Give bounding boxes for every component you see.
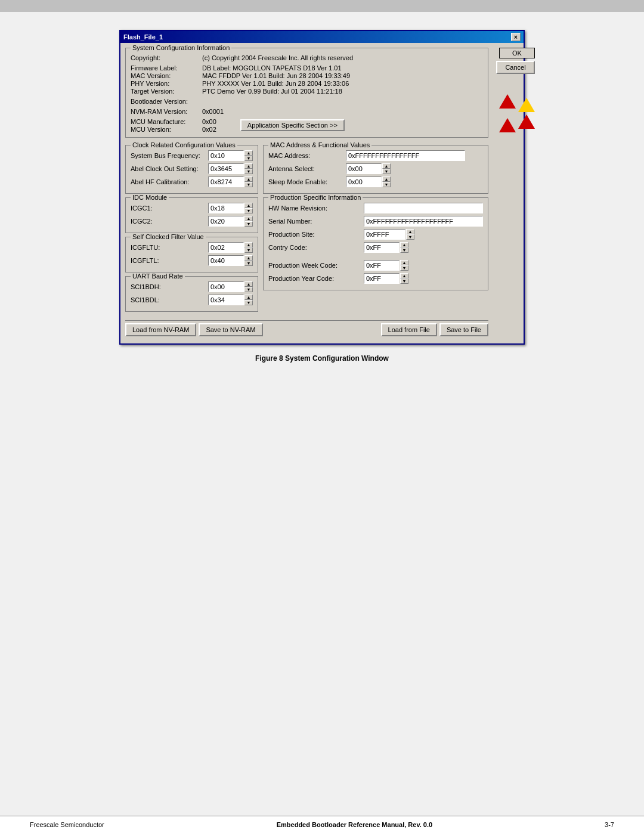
target-version-row: Target Version: PTC Demo Ver 0.99 Build:…: [131, 88, 483, 95]
prod-year-label: Production Year Code:: [268, 275, 364, 282]
sci1bdh-input[interactable]: 0x00: [208, 281, 244, 292]
antenna-spinner: 0x00 ▲ ▼: [346, 163, 391, 174]
abel-hf-input[interactable]: 0x8274: [208, 176, 244, 187]
sci1bdl-up-btn[interactable]: ▲: [244, 295, 253, 300]
sysinfo-group: System Configuration Information Copyrig…: [125, 48, 488, 138]
phy-version-label: PHY Version:: [131, 80, 202, 87]
mac-version-label: MAC Version:: [131, 72, 202, 79]
sysbus-spinner: 0x10 ▲ ▼: [208, 150, 253, 161]
icgfltu-down-btn[interactable]: ▼: [244, 247, 253, 253]
bootloader-label: Bootloader Version:: [131, 98, 202, 105]
load-nvram-button[interactable]: Load from NV-RAM: [125, 323, 196, 336]
abel-clock-down-btn[interactable]: ▼: [244, 169, 253, 174]
icgc2-label: ICGC2:: [131, 218, 208, 225]
sci1bdh-up-btn[interactable]: ▲: [244, 281, 253, 287]
icgfltu-up-btn[interactable]: ▲: [244, 242, 253, 247]
abel-clock-row: Abel Clock Out Setting: 0x3645 ▲ ▼: [131, 163, 253, 174]
antenna-input[interactable]: 0x00: [346, 163, 382, 174]
clock-group-content: System Bus Frequency: 0x10 ▲ ▼: [131, 150, 253, 187]
icgfltl-up-btn[interactable]: ▲: [244, 255, 253, 261]
prod-site-down-btn[interactable]: ▼: [406, 234, 414, 240]
sleep-down-btn[interactable]: ▼: [382, 182, 391, 187]
app-section-button[interactable]: Application Specific Section >>: [240, 119, 345, 131]
icgfltl-input[interactable]: 0x40: [208, 255, 244, 266]
phy-version-row: PHY Version: PHY XXXXX Ver 1.01 Build: J…: [131, 80, 483, 87]
mcu-ver-label: MCU Version:: [131, 126, 202, 133]
prod-year-up-btn[interactable]: ▲: [400, 273, 408, 278]
icgfltl-down-btn[interactable]: ▼: [244, 261, 253, 266]
sysbus-input[interactable]: 0x10: [208, 150, 244, 161]
icgc2-up-btn[interactable]: ▲: [244, 216, 253, 221]
abel-hf-row: Abel HF Calibration: 0x8274 ▲ ▼: [131, 176, 253, 187]
figure-caption: Figure 8 System Configuration Window: [255, 354, 389, 363]
mcu-ver-row: MCU Version: 0x02: [131, 126, 216, 133]
abel-clock-spinner-btns: ▲ ▼: [244, 163, 253, 174]
icgc2-input[interactable]: 0x20: [208, 216, 244, 227]
abel-clock-label: Abel Clock Out Setting:: [131, 165, 208, 172]
prod-week-label: Production Week Code:: [268, 262, 364, 269]
prod-year-input[interactable]: 0xFF: [364, 273, 400, 284]
country-up-btn[interactable]: ▲: [400, 242, 408, 247]
save-nvram-button[interactable]: Save to NV-RAM: [199, 323, 262, 336]
save-file-button[interactable]: Save to File: [439, 323, 488, 336]
bottom-buttons-right: Load from File Save to File: [381, 323, 488, 336]
icgfltu-label: ICGFLTU:: [131, 244, 208, 251]
prod-week-input[interactable]: 0xFF: [364, 260, 400, 271]
sleep-input[interactable]: 0x00: [346, 176, 382, 187]
sleep-spinner: 0x00 ▲ ▼: [346, 176, 391, 187]
mac-version-row: MAC Version: MAC FFDDP Ver 1.01 Build: J…: [131, 72, 483, 79]
prod-week-up-btn[interactable]: ▲: [400, 260, 408, 265]
idc-group-content: ICGC1: 0x18 ▲ ▼: [131, 203, 253, 227]
country-down-btn[interactable]: ▼: [400, 247, 408, 253]
icgfltl-spinner-btns: ▲ ▼: [244, 255, 253, 266]
dialog-window: Flash_File_1 × System Configuration Info…: [119, 30, 525, 345]
abel-clock-input[interactable]: 0x3645: [208, 163, 244, 174]
sci1bdh-down-btn[interactable]: ▼: [244, 287, 253, 292]
sci1bdl-down-btn[interactable]: ▼: [244, 300, 253, 305]
production-group: Production Specific Information HW Name …: [263, 197, 488, 290]
idc-group: IDC Module ICGC1: 0x18 ▲ ▼: [125, 197, 258, 233]
abel-clock-up-btn[interactable]: ▲: [244, 163, 253, 169]
country-row: Contry Code: 0xFF ▲ ▼: [268, 242, 483, 253]
mcu-mfr-label: MCU Manufacture:: [131, 118, 202, 125]
uart-group: UART Baud Rate SCI1BDH: 0x00 ▲ ▼: [125, 276, 258, 312]
prod-year-down-btn[interactable]: ▼: [400, 278, 408, 284]
antenna-up-btn[interactable]: ▲: [382, 163, 391, 169]
icgc1-down-btn[interactable]: ▼: [244, 208, 253, 213]
cancel-button[interactable]: Cancel: [496, 61, 535, 74]
sci1bdl-input[interactable]: 0x34: [208, 295, 244, 305]
serial-input[interactable]: 0xFFFFFFFFFFFFFFFFFFFF: [364, 216, 483, 227]
footer-left: Freescale Semiconductor: [30, 821, 104, 828]
sysbus-label: System Bus Frequency:: [131, 152, 208, 159]
logo-shapes: [499, 94, 535, 132]
prod-site-row: Production Site: 0xFFFF ▲ ▼: [268, 229, 483, 240]
prod-site-input[interactable]: 0xFFFF: [364, 229, 405, 240]
copyright-row: Copyright: (c) Copyright 2004 Freescale …: [131, 54, 483, 61]
icgc2-down-btn[interactable]: ▼: [244, 221, 253, 227]
sci1bdl-spinner-btns: ▲ ▼: [244, 295, 253, 305]
production-group-content: HW Name Revision: Serial Number: 0xFFFFF…: [268, 203, 483, 284]
sysbus-up-btn[interactable]: ▲: [244, 150, 253, 156]
close-button[interactable]: ×: [511, 33, 521, 41]
hw-name-input[interactable]: [364, 203, 483, 213]
country-input[interactable]: 0xFF: [364, 242, 400, 253]
mac-addr-input[interactable]: 0xFFFFFFFFFFFFFFFF: [346, 150, 465, 161]
icgc1-input[interactable]: 0x18: [208, 203, 244, 213]
antenna-down-btn[interactable]: ▼: [382, 169, 391, 174]
abel-hf-label: Abel HF Calibration:: [131, 178, 208, 185]
mac-version-value: MAC FFDDP Ver 1.01 Build: Jun 28 2004 19…: [202, 72, 350, 79]
load-file-button[interactable]: Load from File: [381, 323, 437, 336]
prod-week-spinner-btns: ▲ ▼: [400, 260, 408, 271]
sleep-up-btn[interactable]: ▲: [382, 176, 391, 182]
page: Flash_File_1 × System Configuration Info…: [0, 12, 644, 833]
window-titlebar: Flash_File_1 ×: [120, 31, 524, 43]
icgfltu-input[interactable]: 0x02: [208, 242, 244, 253]
icgc1-up-btn[interactable]: ▲: [244, 203, 253, 208]
abel-hf-down-btn[interactable]: ▼: [244, 182, 253, 187]
ok-button[interactable]: OK: [499, 48, 535, 58]
icgc2-spinner-btns: ▲ ▼: [244, 216, 253, 227]
prod-week-down-btn[interactable]: ▼: [400, 265, 408, 271]
abel-hf-up-btn[interactable]: ▲: [244, 176, 253, 182]
sysbus-down-btn[interactable]: ▼: [244, 156, 253, 161]
prod-site-up-btn[interactable]: ▲: [406, 229, 414, 234]
